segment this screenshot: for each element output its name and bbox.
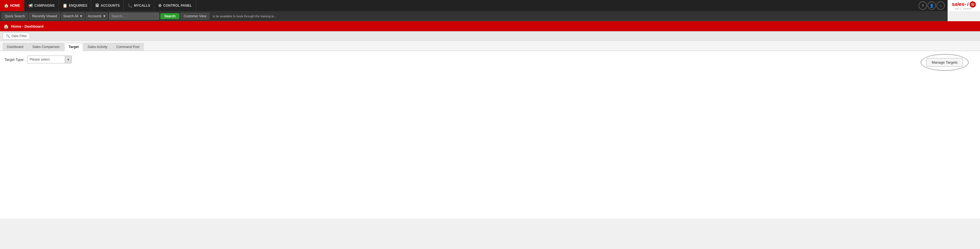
tab-dashboard[interactable]: Dashboard bbox=[3, 43, 28, 51]
campaigns-icon: 📢 bbox=[28, 3, 33, 8]
breadcrumb-bar: 🏠 Home - Dashboard bbox=[0, 21, 980, 31]
logo-circle bbox=[970, 2, 976, 8]
customer-view-button[interactable]: Customer View bbox=[180, 13, 209, 19]
nav-campaigns[interactable]: 📢 CAMPAIGNS bbox=[24, 0, 59, 11]
logo-sales-text: sales- bbox=[952, 2, 966, 7]
nav-control-panel[interactable]: ⚙ CONTROL PANEL bbox=[154, 0, 196, 11]
logout-icon-btn[interactable]: → bbox=[936, 2, 945, 10]
target-type-label: Target Type: bbox=[5, 57, 24, 62]
nav-mycalls[interactable]: 📞 MYCALLS bbox=[124, 0, 154, 11]
recently-viewed-button[interactable]: Recently Viewed bbox=[29, 13, 60, 19]
logo-area: sales- i SELL SMART bbox=[948, 0, 980, 11]
breadcrumb-text: Home - Dashboard bbox=[11, 24, 44, 29]
breadcrumb-home-icon: 🏠 bbox=[3, 24, 9, 29]
tab-sales-comparison[interactable]: Sales Comparison bbox=[28, 43, 64, 51]
enquiries-icon: 📋 bbox=[62, 3, 67, 8]
tab-target[interactable]: Target bbox=[65, 43, 83, 51]
nav-enquiries[interactable]: 📋 ENQUIRIES bbox=[59, 0, 91, 11]
manage-targets-oval: Manage Targets bbox=[921, 54, 969, 71]
logo-i-text: i bbox=[967, 2, 969, 7]
chevron-down-icon: ▼ bbox=[102, 14, 106, 18]
target-type-select[interactable]: Please select ▼ bbox=[27, 56, 72, 63]
target-type-row: Target Type: Please select ▼ bbox=[5, 56, 975, 63]
search-all-dropdown[interactable]: Search All ▼ bbox=[61, 13, 84, 20]
search-button[interactable]: Search bbox=[161, 13, 179, 19]
user-icon-btn[interactable]: 👤 bbox=[928, 2, 936, 10]
logo-sell-smart: SELL SMART bbox=[955, 8, 973, 10]
search-bar: Quick Search Recently Viewed Search All … bbox=[0, 11, 948, 21]
target-type-select-text: Please select bbox=[27, 57, 65, 62]
chevron-down-icon: ▼ bbox=[65, 56, 72, 63]
manage-targets-wrapper: Manage Targets bbox=[921, 54, 969, 71]
mycalls-icon: 📞 bbox=[128, 3, 132, 8]
tab-sales-activity[interactable]: Sales Activity bbox=[84, 43, 112, 51]
svg-point-1 bbox=[972, 4, 973, 5]
tabs-bar: Dashboard Sales Comparison Target Sales … bbox=[0, 41, 980, 51]
tab-command-post[interactable]: Command Post bbox=[112, 43, 143, 51]
accounts-dropdown[interactable]: Accounts ▼ bbox=[86, 13, 108, 20]
search-icon: 🔍 bbox=[6, 34, 10, 38]
accounts-icon: 🏛 bbox=[95, 3, 99, 8]
search-info-text: ly be available to book through the trai… bbox=[213, 14, 277, 18]
home-icon: 🏠 bbox=[4, 3, 9, 8]
nav-home[interactable]: 🏠 HOME bbox=[0, 0, 24, 11]
chevron-down-icon: ▼ bbox=[80, 14, 83, 18]
control-panel-icon: ⚙ bbox=[158, 3, 162, 8]
quick-search-button[interactable]: Quick Search bbox=[2, 13, 28, 19]
filter-bar: 🔍 Date Filter bbox=[0, 31, 980, 41]
date-filter-button[interactable]: 🔍 Date Filter bbox=[3, 33, 30, 40]
nav-accounts[interactable]: 🏛 ACCOUNTS bbox=[91, 0, 124, 11]
help-icon-btn[interactable]: ? bbox=[918, 2, 927, 10]
main-content: Target Type: Please select ▼ Manage Targ… bbox=[0, 51, 980, 219]
manage-targets-button[interactable]: Manage Targets bbox=[926, 58, 963, 67]
search-input[interactable] bbox=[109, 13, 159, 20]
